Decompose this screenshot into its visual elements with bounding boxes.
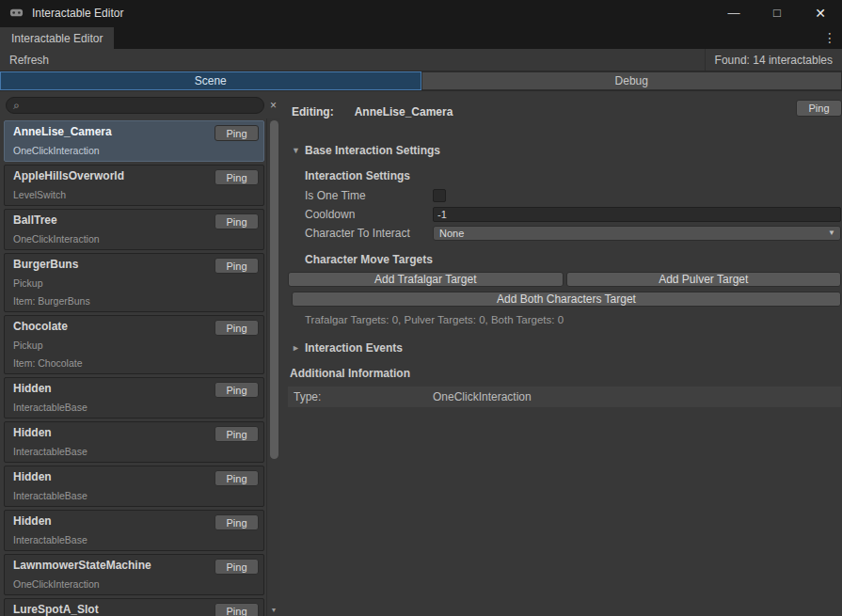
- item-name: AppleHillsOverworld: [13, 169, 209, 183]
- tab-scene[interactable]: Scene: [0, 71, 421, 90]
- item-name: Hidden: [13, 470, 209, 484]
- app-icon: [9, 6, 24, 20]
- item-name: AnneLise_Camera: [13, 125, 209, 139]
- found-count: Found: 14 interactables: [706, 54, 842, 67]
- ping-button[interactable]: Ping: [214, 559, 259, 575]
- dropdown-value: None: [439, 228, 464, 239]
- ping-button[interactable]: Ping: [214, 382, 259, 398]
- base-interaction-settings-foldout[interactable]: ▼ Base Interaction Settings: [292, 143, 440, 158]
- cooldown-label: Cooldown: [305, 208, 433, 221]
- ping-button[interactable]: Ping: [214, 603, 259, 616]
- item-subtitle: Item: BurgerBuns: [13, 295, 209, 308]
- scroll-down-icon[interactable]: ▼: [267, 607, 280, 613]
- list-item[interactable]: HiddenInteractableBasePing: [4, 466, 264, 507]
- item-name: BurgerBuns: [13, 258, 209, 272]
- item-subtitle: InteractableBase: [13, 490, 209, 502]
- inspector-ping-button[interactable]: Ping: [796, 100, 842, 117]
- editing-label: Editing:: [292, 105, 334, 118]
- list-item[interactable]: HiddenInteractableBasePing: [4, 377, 264, 419]
- refresh-button[interactable]: Refresh: [0, 49, 58, 71]
- title-bar: Interactable Editor — □ ✕: [0, 0, 842, 25]
- clear-search-button[interactable]: ×: [267, 98, 280, 113]
- ping-button[interactable]: Ping: [214, 320, 259, 336]
- type-row: Type: OneClickInteraction: [288, 387, 841, 407]
- tab-interactable-editor[interactable]: Interactable Editor: [0, 27, 114, 49]
- add-pulver-target-button[interactable]: Add Pulver Target: [566, 272, 842, 287]
- content: ⌕ AnneLise_CameraOneClickInteractionPing…: [0, 91, 842, 616]
- item-name: Hidden: [13, 382, 209, 396]
- list-item[interactable]: BurgerBunsPickupItem: BurgerBunsPing: [4, 253, 264, 312]
- character-to-interact-dropdown[interactable]: None ▼: [433, 226, 841, 241]
- dock-tab-strip: Interactable Editor ⋮: [0, 25, 842, 49]
- item-subtitle: OneClickInteraction: [13, 145, 209, 157]
- ping-button[interactable]: Ping: [214, 125, 259, 141]
- foldout-closed-icon: ►: [292, 343, 305, 353]
- type-value: OneClickInteraction: [433, 390, 532, 403]
- dropdown-arrow-icon: ▼: [828, 229, 835, 237]
- tab-debug[interactable]: Debug: [421, 71, 842, 90]
- targets-summary: Trafalgar Targets: 0, Pulver Targets: 0,…: [305, 314, 841, 325]
- scrollbar-thumb[interactable]: [270, 120, 278, 459]
- character-to-interact-label: Character To Interact: [305, 227, 433, 240]
- inspector-panel: Ping Editing: AnneLise_Camera ▼ Base Int…: [280, 91, 842, 616]
- type-label: Type:: [294, 390, 433, 403]
- search-input[interactable]: [24, 99, 257, 112]
- ping-button[interactable]: Ping: [214, 470, 259, 486]
- item-name: BallTree: [13, 213, 209, 228]
- minimize-button[interactable]: —: [723, 3, 744, 24]
- vertical-scrollbar[interactable]: ▼: [266, 118, 280, 616]
- is-one-time-checkbox[interactable]: [433, 189, 446, 202]
- search-box[interactable]: ⌕: [6, 97, 264, 114]
- foldout-label: Interaction Events: [305, 341, 403, 355]
- item-subtitle: InteractableBase: [13, 402, 209, 414]
- list-item[interactable]: HiddenInteractableBasePing: [4, 510, 264, 551]
- item-name: LawnmowerStateMachine: [13, 559, 209, 573]
- window-controls: — □ ✕: [723, 3, 833, 24]
- ping-button[interactable]: Ping: [214, 258, 259, 274]
- item-subtitle: InteractableBase: [13, 446, 209, 458]
- character-move-targets-header: Character Move Targets: [305, 253, 841, 267]
- clear-area: ×: [266, 91, 280, 118]
- cooldown-input[interactable]: [433, 207, 841, 222]
- view-tabs: Scene Debug: [0, 71, 842, 91]
- base-settings-body: Interaction Settings Is One Time Cooldow…: [305, 169, 841, 267]
- search-row: ⌕: [0, 91, 266, 118]
- list-item[interactable]: HiddenInteractableBasePing: [4, 421, 264, 463]
- item-subtitle: Item: Chocolate: [13, 357, 209, 370]
- item-subtitle: Pickup: [13, 277, 209, 290]
- add-both-characters-target-button[interactable]: Add Both Characters Target: [292, 292, 841, 307]
- scrollbar-column: × ▼: [266, 91, 280, 616]
- interactable-editor-window: Interactable Editor — □ ✕ Interactable E…: [0, 0, 842, 616]
- list-item[interactable]: AppleHillsOverworldLevelSwitchPing: [4, 165, 264, 206]
- interaction-events-foldout[interactable]: ► Interaction Events: [292, 340, 403, 355]
- foldout-open-icon: ▼: [292, 146, 305, 155]
- search-icon: ⌕: [13, 100, 20, 111]
- item-name: LureSpotA_Slot: [13, 603, 209, 616]
- list-item[interactable]: BallTreeOneClickInteractionPing: [4, 209, 264, 250]
- window-title: Interactable Editor: [32, 7, 123, 20]
- add-trafalgar-target-button[interactable]: Add Trafalgar Target: [288, 272, 564, 287]
- additional-information-header: Additional Information: [290, 367, 841, 381]
- ping-button[interactable]: Ping: [214, 213, 259, 229]
- is-one-time-row: Is One Time: [305, 187, 841, 204]
- editing-row: Editing: AnneLise_Camera: [292, 103, 841, 120]
- is-one-time-label: Is One Time: [305, 189, 433, 202]
- ping-button[interactable]: Ping: [214, 169, 259, 185]
- character-field-wrap: None ▼: [433, 226, 841, 241]
- list-item[interactable]: LureSpotA_SlotPing: [4, 598, 264, 616]
- ping-button[interactable]: Ping: [214, 426, 259, 442]
- list-item[interactable]: AnneLise_CameraOneClickInteractionPing: [4, 120, 264, 162]
- is-one-time-field: [433, 189, 841, 202]
- item-subtitle: InteractableBase: [13, 534, 209, 546]
- item-subtitle: OneClickInteraction: [13, 578, 209, 591]
- list-item[interactable]: LawnmowerStateMachineOneClickInteraction…: [4, 554, 264, 595]
- ping-button[interactable]: Ping: [214, 514, 259, 530]
- scene-panel: ⌕ AnneLise_CameraOneClickInteractionPing…: [0, 91, 266, 616]
- item-subtitle: LevelSwitch: [13, 189, 209, 201]
- menu-kebab-icon[interactable]: ⋮: [818, 30, 842, 45]
- close-button[interactable]: ✕: [810, 3, 831, 24]
- character-to-interact-row: Character To Interact None ▼: [305, 225, 841, 242]
- cooldown-field-wrap: [433, 207, 841, 222]
- list-item[interactable]: ChocolatePickupItem: ChocolatePing: [4, 315, 264, 374]
- maximize-button[interactable]: □: [767, 3, 787, 24]
